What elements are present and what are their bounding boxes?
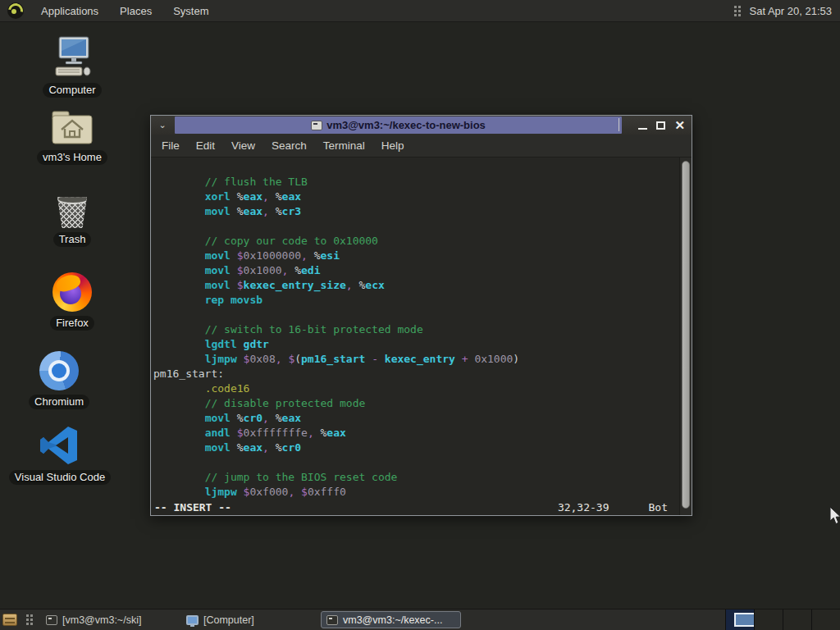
menu-view[interactable]: View	[223, 136, 263, 155]
window-list-handle-icon[interactable]	[26, 614, 33, 625]
firefox-icon	[52, 269, 92, 312]
terminal-window: ⌄ vm3@vm3:~/kexec-to-new-bios ✕ File Edi…	[150, 115, 692, 516]
distro-logo-icon[interactable]	[7, 2, 24, 19]
taskbar-window-computer[interactable]: [Computer]	[180, 611, 321, 628]
clock[interactable]: Sat Apr 20, 21:53	[746, 5, 840, 17]
vim-scroll-indicator: Bot	[649, 500, 668, 515]
menu-search[interactable]: Search	[263, 136, 315, 155]
minimize-button[interactable]	[638, 121, 647, 130]
menu-file[interactable]: File	[153, 136, 188, 155]
computer-icon	[186, 615, 199, 625]
taskbar-window-label: [vm3@vm3:~/ski]	[62, 614, 141, 626]
terminal-app-icon	[311, 121, 322, 130]
top-panel: Applications Places System Sat Apr 20, 2…	[0, 0, 840, 22]
desktop-icon-home[interactable]: vm3's Home	[25, 103, 120, 165]
maximize-button[interactable]	[656, 121, 665, 130]
terminal-menubar: File Edit View Search Terminal Help	[151, 135, 692, 158]
terminal-icon	[46, 615, 57, 625]
desktop-icon-firefox[interactable]: Firefox	[25, 269, 120, 331]
terminal-titlebar[interactable]: ⌄ vm3@vm3:~/kexec-to-new-bios ✕	[151, 116, 692, 135]
workspace-3[interactable]	[783, 609, 811, 630]
workspace-switcher	[725, 609, 840, 630]
close-button[interactable]: ✕	[674, 119, 685, 131]
scrollbar-thumb[interactable]	[682, 161, 690, 509]
vim-code-area[interactable]: // flush the TLB xorl %eax, %eax movl %e…	[151, 158, 679, 515]
desktop-icon-label: Visual Studio Code	[9, 470, 111, 485]
desktop-icon-label: Firefox	[50, 316, 94, 331]
desktop-icon-chromium[interactable]: Chromium	[11, 348, 107, 409]
desktop-icon-label: Chromium	[29, 395, 89, 409]
menu-help[interactable]: Help	[373, 136, 413, 155]
desktop-icon-label: Trash	[53, 232, 92, 247]
menu-edit[interactable]: Edit	[188, 136, 223, 155]
workspace-4[interactable]	[811, 609, 840, 630]
taskbar-window-label: [Computer]	[203, 614, 254, 626]
titlebar-separator	[619, 118, 619, 131]
titlebar-band: vm3@vm3:~/kexec-to-new-bios	[175, 116, 622, 134]
desktop-icon-label: Computer	[43, 83, 101, 98]
mouse-cursor	[829, 506, 840, 528]
taskbar-window-ski[interactable]: [vm3@vm3:~/ski]	[40, 611, 180, 628]
menu-terminal[interactable]: Terminal	[315, 136, 373, 155]
drawer-applet-icon[interactable]	[2, 614, 17, 626]
desktop-icon-label: vm3's Home	[37, 150, 107, 165]
vim-mode-indicator: -- INSERT --	[154, 500, 231, 515]
computer-icon	[50, 36, 94, 79]
vscode-icon	[39, 423, 81, 466]
terminal-icon	[326, 615, 338, 625]
trash-icon	[57, 185, 88, 228]
menu-applications[interactable]: Applications	[30, 0, 109, 21]
home-folder-icon	[51, 103, 94, 146]
workspace-window-thumbnail	[734, 613, 756, 627]
notification-area-handle-icon[interactable]	[734, 6, 741, 16]
chromium-icon	[39, 348, 79, 390]
chevron-down-icon: ⌄	[158, 120, 166, 130]
terminal-scrollbar[interactable]	[679, 158, 692, 515]
taskbar-window-label: vm3@vm3:~/kexec-...	[343, 614, 442, 626]
window-shade-button[interactable]: ⌄	[151, 116, 174, 135]
desktop-icon-vscode[interactable]: Visual Studio Code	[12, 423, 107, 485]
vim-cursor-position: 32,32-39	[558, 500, 609, 515]
vim-statusline: -- INSERT -- 32,32-39 Bot	[151, 500, 681, 515]
desktop-icon-computer[interactable]: Computer	[25, 36, 120, 98]
desktop-icon-trash[interactable]: Trash	[25, 185, 120, 247]
window-title: vm3@vm3:~/kexec-to-new-bios	[326, 119, 486, 131]
menu-system[interactable]: System	[162, 0, 219, 21]
taskbar-window-kexec[interactable]: vm3@vm3:~/kexec-...	[321, 611, 461, 628]
taskbar: [vm3@vm3:~/ski] [Computer] vm3@vm3:~/kex…	[0, 609, 840, 630]
workspace-2[interactable]	[754, 609, 783, 630]
menu-places[interactable]: Places	[109, 0, 162, 21]
workspace-1[interactable]	[725, 609, 754, 630]
